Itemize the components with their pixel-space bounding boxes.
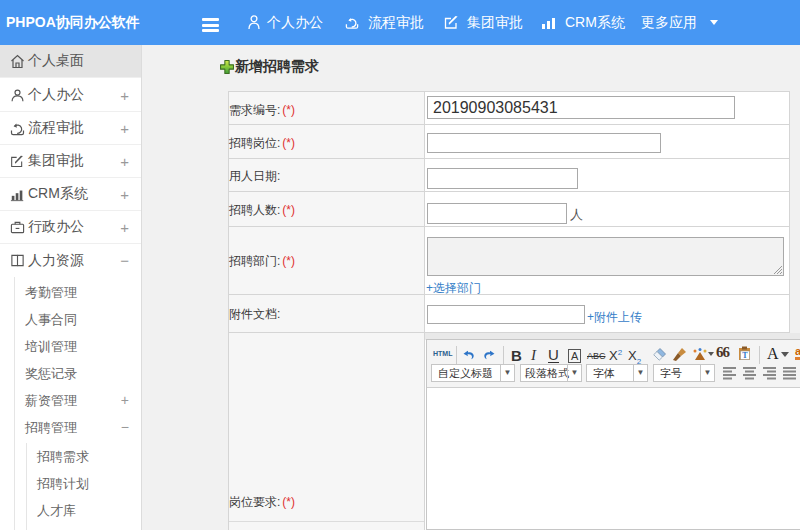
svg-text:T: T: [742, 351, 748, 360]
